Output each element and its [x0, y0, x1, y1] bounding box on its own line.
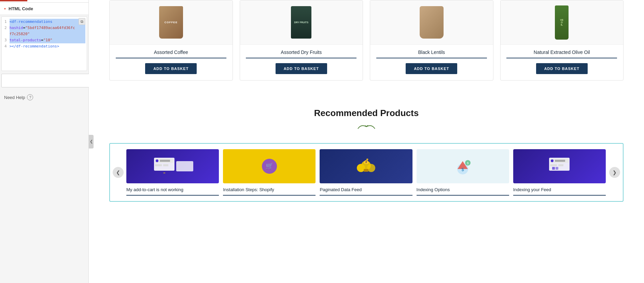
- carousel-container: ❮ ∞: [109, 143, 624, 202]
- product-name-lentils: Black Lentils: [376, 45, 487, 58]
- collapse-handle[interactable]: ❮: [89, 135, 94, 148]
- lentils-image: [418, 5, 445, 40]
- product-name-coffee: Assorted Coffee: [116, 45, 226, 58]
- code-textarea[interactable]: [1, 74, 90, 87]
- svg-point-2: [156, 159, 158, 162]
- add-to-basket-olive[interactable]: ADD TO BASKET: [536, 63, 588, 74]
- carousel-thumb-4: $ $: [417, 149, 509, 183]
- svg-point-20: [551, 159, 554, 162]
- carousel-item-title-1: My add-to-cart is not working: [126, 187, 219, 196]
- carousel-thumb-3: 💰: [320, 149, 412, 183]
- product-name-dryfruits: Assorted Dry Fruits: [246, 45, 356, 58]
- leaf-divider: [109, 123, 624, 133]
- svg-rect-25: [556, 167, 558, 170]
- html-code-header[interactable]: ▾ HTML Code: [0, 3, 88, 15]
- next-icon: ❯: [613, 170, 617, 175]
- carousel-thumb-1: ∞: [126, 149, 219, 183]
- product-image-dryfruits: [240, 0, 363, 45]
- recommended-section: Recommended Products ❮: [89, 94, 644, 215]
- lentils-bag-icon: [420, 6, 444, 39]
- carousel-thumb-5: [513, 149, 606, 183]
- help-icon: ?: [27, 94, 33, 100]
- line-numbers: 1 2 3 4: [2, 17, 8, 52]
- svg-rect-13: [364, 169, 368, 172]
- svg-text:🛒: 🛒: [266, 162, 274, 170]
- coffee-image: [157, 5, 185, 40]
- carousel-prev-button[interactable]: ❮: [113, 167, 124, 178]
- svg-rect-3: [160, 160, 170, 162]
- chevron-icon: ▾: [4, 7, 6, 11]
- code-editor: ⧉ 1 2 3 4 <df-recommendations hashid="5b…: [1, 16, 87, 71]
- prev-icon: ❮: [116, 170, 120, 175]
- main-content: ❮ Assorted Coffee ADD TO BASKET: [89, 0, 644, 283]
- product-image-coffee: [110, 0, 233, 45]
- svg-text:∞: ∞: [163, 171, 165, 174]
- svg-rect-23: [558, 164, 563, 166]
- product-name-olive: Natural Extracted Olive Oil: [506, 45, 617, 58]
- product-card-dryfruits: Assorted Dry Fruits ADD TO BASKET: [240, 0, 363, 81]
- need-help-section[interactable]: Need Help ?: [0, 89, 88, 106]
- products-grid: Assorted Coffee ADD TO BASKET Assorted D…: [109, 0, 624, 81]
- carousel-item-1: ∞ My add-to-cart is not working: [126, 149, 219, 196]
- carousel-item-2: 🛒 Installation Steps: Shopify: [223, 149, 316, 196]
- dryfruits-image: [288, 5, 315, 40]
- olive-image: [548, 5, 575, 40]
- top-bar: [0, 0, 88, 3]
- progress-bar: [0, 0, 27, 1]
- product-card-olive: Natural Extracted Olive Oil ADD TO BASKE…: [500, 0, 624, 81]
- add-to-basket-dryfruits[interactable]: ADD TO BASKET: [276, 63, 327, 74]
- carousel-thumb-2: 🛒: [223, 149, 316, 183]
- add-to-basket-coffee[interactable]: ADD TO BASKET: [145, 63, 197, 74]
- carousel-track: ∞ My add-to-cart is not working 🛒: [124, 149, 609, 196]
- carousel-item-title-5: Indexing your Feed: [513, 187, 606, 196]
- carousel-item-4: $ $ Indexing Options: [417, 149, 509, 196]
- product-card-lentils: Black Lentils ADD TO BASKET: [370, 0, 493, 81]
- product-card-coffee: Assorted Coffee ADD TO BASKET: [109, 0, 233, 81]
- coffee-bag-icon: [159, 6, 183, 39]
- carousel-item-title-4: Indexing Options: [417, 187, 509, 196]
- products-section: Assorted Coffee ADD TO BASKET Assorted D…: [89, 0, 644, 94]
- svg-text:💰: 💰: [363, 158, 369, 164]
- code-content: <df-recommendations hashid="5bdf17489aca…: [8, 17, 87, 52]
- svg-rect-24: [552, 167, 555, 170]
- svg-rect-21: [555, 160, 565, 162]
- left-panel: ▾ HTML Code ⧉ 1 2 3 4 <df-recommendation…: [0, 0, 89, 283]
- svg-text:$: $: [467, 161, 469, 165]
- html-code-title: HTML Code: [9, 6, 33, 11]
- svg-text:$: $: [462, 167, 464, 172]
- need-help-label: Need Help: [4, 95, 25, 100]
- svg-rect-5: [163, 164, 168, 166]
- carousel-item-3: 💰 Paginated Data Feed: [320, 149, 412, 196]
- copy-button[interactable]: ⧉: [79, 18, 85, 25]
- carousel-item-title-2: Installation Steps: Shopify: [223, 187, 316, 196]
- add-to-basket-lentils[interactable]: ADD TO BASKET: [406, 63, 457, 74]
- olive-bag-icon: [555, 5, 569, 40]
- dryfruits-bag-icon: [291, 6, 311, 39]
- carousel-item-5: Indexing your Feed: [513, 149, 606, 196]
- carousel-next-button[interactable]: ❯: [609, 167, 620, 178]
- svg-rect-22: [550, 164, 557, 166]
- recommended-title: Recommended Products: [109, 108, 624, 118]
- carousel-item-title-3: Paginated Data Feed: [320, 187, 412, 196]
- code-lines: 1 2 3 4 <df-recommendations hashid="5bdf…: [2, 17, 87, 52]
- collapse-icon: ❮: [90, 139, 93, 144]
- product-image-olive: [501, 0, 624, 45]
- svg-rect-4: [155, 164, 162, 166]
- product-image-lentils: [370, 0, 493, 45]
